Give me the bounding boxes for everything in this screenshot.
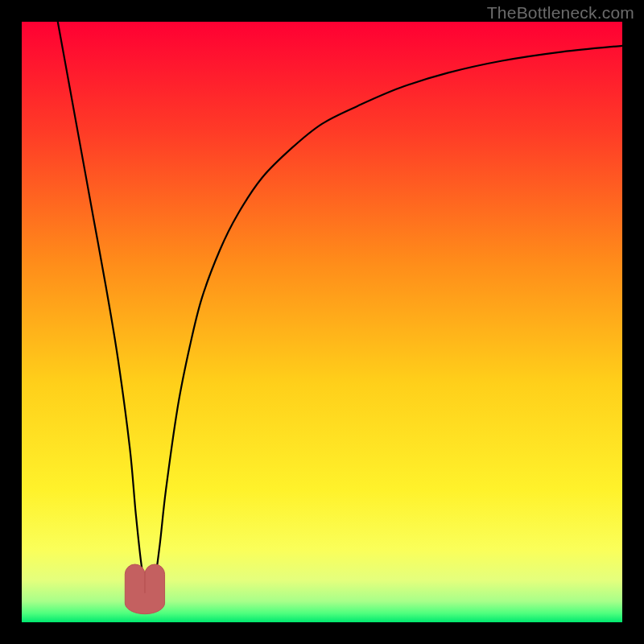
minimum-marker bbox=[125, 564, 164, 614]
watermark-text: TheBottleneck.com bbox=[487, 3, 634, 23]
bottleneck-chart bbox=[22, 22, 622, 622]
plot-area bbox=[22, 22, 622, 622]
chart-frame: TheBottleneck.com bbox=[0, 0, 644, 644]
